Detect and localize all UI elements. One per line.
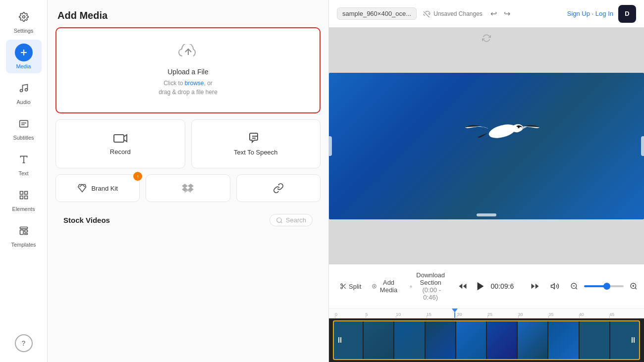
svg-marker-38 [459, 284, 462, 289]
volume-button[interactable] [547, 280, 562, 293]
svg-rect-17 [24, 233, 27, 235]
avatar-button[interactable]: D [618, 5, 636, 23]
upload-icon [178, 44, 198, 62]
sidebar-item-subtitles[interactable]: Subtitles [6, 111, 42, 145]
svg-rect-15 [20, 230, 23, 234]
undo-button[interactable]: ↩ [488, 7, 499, 20]
brand-kit-icon [77, 183, 87, 193]
download-icon [410, 283, 412, 290]
brand-kit-card[interactable]: ↑ Brand Kit [55, 174, 140, 202]
playhead-triangle [452, 309, 458, 312]
sidebar-item-label: Elements [12, 206, 35, 212]
filmstrip-frame [518, 320, 547, 360]
sidebar-item-templates[interactable]: Templates [6, 218, 42, 252]
zoom-slider[interactable] [584, 285, 624, 287]
play-button[interactable] [475, 276, 486, 296]
auth-links: Sign Up · Log In [567, 10, 613, 17]
canvas-resize-handle[interactable] [477, 213, 496, 216]
fastforward-icon [531, 282, 539, 291]
sidebar-item-elements[interactable]: Elements [6, 182, 42, 216]
pause-icon-right: ⏸ [629, 336, 637, 345]
zoom-in-button[interactable] [627, 280, 641, 292]
zoom-out-icon [570, 282, 578, 290]
play-icon [475, 281, 486, 292]
brand-kit-badge: ↑ [133, 172, 142, 181]
ruler-mark: 40 [579, 312, 610, 317]
svg-rect-14 [20, 227, 27, 229]
add-media-button[interactable]: Add Media [369, 277, 401, 296]
svg-rect-10 [20, 192, 23, 195]
link-card[interactable] [236, 174, 321, 202]
fastforward-button[interactable] [528, 280, 542, 293]
playhead-line [454, 312, 455, 318]
brand-kit-label: Brand Kit [91, 185, 117, 192]
filmstrip-area[interactable]: ⏸ ⏸ [329, 318, 644, 362]
zoom-out-button[interactable] [567, 280, 581, 292]
integration-row: ↑ Brand Kit [55, 174, 321, 202]
filmstrip-frame [548, 320, 578, 360]
ruler-mark: 30 [518, 312, 549, 317]
rewind-button[interactable] [455, 280, 470, 293]
text-to-speech-label: Text To Speech [234, 149, 278, 156]
ruler-mark: 45 [609, 312, 640, 317]
text-to-speech-card[interactable]: Text To Speech [191, 119, 321, 168]
svg-point-29 [341, 284, 343, 286]
audio-icon [15, 79, 33, 97]
log-in-link[interactable]: Log In [595, 10, 613, 17]
zoom-slider-wrap [584, 285, 624, 287]
zoom-in-icon [630, 282, 638, 290]
stock-videos-section: Stock Videos Search [55, 208, 321, 226]
sidebar-item-label: Text [18, 170, 28, 176]
sign-up-link[interactable]: Sign Up [567, 10, 590, 17]
video-canvas [329, 73, 644, 219]
stock-search[interactable]: Search [269, 214, 313, 226]
timeline-area: Split Add Media Download Section [329, 264, 644, 362]
upload-area[interactable]: Upload a File Click to browse, ordrag & … [55, 27, 321, 113]
plus-icon [15, 44, 33, 61]
record-label: Record [110, 148, 131, 155]
gear-icon [15, 8, 33, 26]
dropbox-icon [182, 183, 194, 194]
filename-tag: sample_960×400_oce... [337, 7, 417, 20]
svg-line-32 [344, 287, 345, 288]
svg-line-24 [281, 221, 282, 223]
svg-point-30 [341, 287, 343, 289]
filmstrip-frame [394, 320, 424, 360]
sidebar-item-text[interactable]: Text [6, 147, 42, 180]
download-section-button[interactable]: Download Section (0:00 - 0:46) [407, 269, 450, 303]
browse-link[interactable]: browse [185, 80, 204, 87]
timeline-ruler: 0 5 10 15 20 25 30 35 40 45 [329, 309, 644, 318]
zoom-controls: Fit [567, 280, 644, 292]
sidebar-help-button[interactable]: ? [6, 330, 42, 356]
svg-marker-39 [463, 284, 466, 289]
filmstrip-frame [364, 320, 393, 360]
rewind-icon [458, 282, 467, 291]
split-button[interactable]: Split [337, 281, 364, 292]
scissors-icon [340, 283, 347, 290]
redo-button[interactable]: ↪ [502, 7, 512, 20]
sidebar-item-settings[interactable]: Settings [6, 4, 42, 38]
record-card[interactable]: Record [55, 119, 185, 168]
add-media-panel: Add Media Upload a File Click to browse,… [48, 0, 329, 362]
speech-icon [249, 132, 262, 145]
dropbox-card[interactable] [146, 174, 230, 202]
playhead[interactable] [452, 309, 458, 318]
unsaved-badge: Unsaved Changes [423, 10, 483, 17]
panel-content: Upload a File Click to browse, ordrag & … [48, 27, 328, 362]
sidebar-item-media[interactable]: Media [6, 40, 42, 73]
top-bar-right: Sign Up · Log In D [567, 5, 636, 23]
search-icon [276, 217, 283, 224]
svg-rect-13 [24, 196, 27, 199]
top-bar: sample_960×400_oce... Unsaved Changes ↩ … [329, 0, 644, 28]
sidebar-item-audio[interactable]: Audio [6, 75, 42, 109]
link-icon [273, 183, 284, 194]
option-grid: Record Text To Speech [55, 119, 321, 168]
cloud-off-icon [423, 10, 430, 17]
canvas-left-handle[interactable] [329, 136, 332, 156]
rotate-icon [482, 34, 491, 44]
svg-rect-12 [20, 196, 23, 199]
sidebar-item-label: Templates [11, 242, 36, 248]
stock-title: Stock Videos [63, 216, 110, 224]
canvas-right-handle[interactable] [641, 136, 644, 156]
ruler-mark: 10 [396, 312, 427, 317]
